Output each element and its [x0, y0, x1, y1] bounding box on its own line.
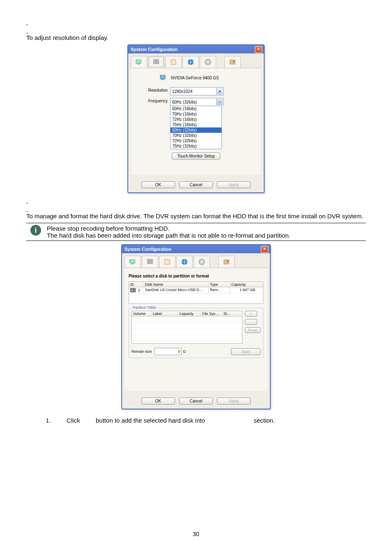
monitor-small-icon — [159, 74, 167, 81]
remain-size-label: Remain size — [131, 349, 152, 354]
partition-empty-row — [132, 329, 242, 335]
d-tab-2[interactable] — [142, 256, 158, 268]
partition-empty-row — [132, 335, 242, 341]
svg-rect-0 — [136, 60, 141, 63]
remain-size-unit: G — [183, 349, 186, 354]
frequency-dropdown[interactable]: 60Hz (16bits) 70Hz (16bits) 72Hz (16bits… — [170, 106, 222, 149]
info-icon: i — [30, 225, 41, 236]
hdd-icon — [130, 288, 136, 292]
partition-empty-row — [132, 323, 242, 329]
monitor-icon-2 — [129, 258, 136, 266]
d-tab-6[interactable] — [218, 256, 235, 268]
disk-row[interactable]: 2 SanDisk U3 Cruzer Micro USB D… Rem… 1.… — [129, 287, 263, 294]
ph-fs[interactable]: File Sys… — [201, 311, 222, 316]
disk-row-type: Rem… — [209, 287, 230, 293]
freq-opt-2[interactable]: 72Hz (16bits) — [171, 117, 221, 122]
network-icon-2 — [181, 258, 188, 266]
note-icon — [170, 58, 177, 66]
ph-label[interactable]: Label — [152, 311, 178, 316]
d-tab-4[interactable] — [176, 256, 193, 268]
resolution-select[interactable]: 1280x1024 ▾ — [170, 87, 224, 95]
freq-opt-0[interactable]: 60Hz (16bits) — [171, 106, 221, 111]
disk-heading: Please select a disk to partition or for… — [129, 274, 263, 278]
remove-partition-button[interactable]: - — [245, 319, 257, 325]
freq-opt-7[interactable]: 75Hz (32bits) — [171, 143, 221, 149]
dh-name[interactable]: Disk Name — [144, 282, 209, 287]
chevron-down-icon[interactable]: ▾ — [217, 88, 223, 95]
display-icon-2 — [146, 258, 154, 266]
svg-rect-8 — [160, 75, 165, 79]
freq-opt-1[interactable]: 70Hz (16bits) — [171, 111, 221, 117]
window-title-2: System Configuration — [125, 247, 171, 252]
dh-cap[interactable]: Capacity — [230, 282, 256, 287]
display-icon — [152, 58, 160, 66]
touch-monitor-setup-button[interactable]: Touch Monitor Setup — [172, 153, 220, 160]
ok-button[interactable]: OK — [141, 181, 175, 188]
drive-icon — [229, 58, 236, 66]
ph-cap[interactable]: Capacity — [178, 311, 201, 316]
display-intro-text: To adjust resolution of display. — [26, 34, 366, 41]
apply-button-2[interactable]: Apply — [217, 398, 251, 405]
ok-button-2[interactable]: OK — [141, 398, 175, 405]
svg-rect-10 — [130, 260, 135, 263]
tab-3[interactable] — [165, 56, 182, 68]
disk-list-table[interactable]: ID Disk Name Type Capacity 2 SanDisk U3 … — [129, 282, 263, 304]
step-1: Click button to add the selected hard di… — [53, 417, 366, 424]
tab-2-display[interactable] — [148, 56, 164, 68]
display-setup-heading — [26, 25, 28, 33]
svg-rect-9 — [161, 79, 164, 80]
frequency-value: 60Hz (32bits) — [172, 100, 196, 104]
freq-opt-3[interactable]: 75Hz (16bits) — [171, 122, 221, 127]
disc-icon — [204, 58, 212, 66]
cancel-button[interactable]: Cancel — [179, 181, 213, 188]
ph-st[interactable]: St… — [222, 311, 235, 316]
apply-button[interactable]: Apply — [217, 181, 251, 188]
reset-button[interactable]: Reset — [245, 327, 261, 333]
disk-management-heading — [26, 203, 28, 212]
d-tab-5[interactable] — [194, 256, 210, 268]
d-tab-3[interactable] — [159, 256, 175, 268]
steps-list: Click button to add the selected hard di… — [26, 417, 366, 424]
remain-size-input[interactable] — [154, 348, 182, 355]
freq-opt-4[interactable]: 60Hz (32bits) — [171, 127, 221, 133]
frequency-label: Frequency — [135, 98, 170, 103]
tab-4[interactable] — [182, 56, 199, 68]
disc-icon-2 — [198, 258, 205, 266]
dh-id[interactable]: ID — [129, 282, 144, 287]
freq-opt-6[interactable]: 72Hz (32bits) — [171, 138, 221, 143]
dh-type[interactable]: Type — [209, 282, 230, 287]
video-card-name: NVIDIA GeForce 8400 GS — [171, 76, 219, 80]
svg-rect-1 — [137, 64, 140, 65]
svg-rect-11 — [131, 264, 134, 264]
info-line-1: Please stop recoding before formatting H… — [47, 225, 291, 232]
note-icon-2 — [164, 258, 171, 266]
system-config-window-display: System Configuration × NVIDIA GeForce 84… — [127, 44, 265, 193]
add-partition-button[interactable]: + — [245, 311, 257, 317]
close-icon[interactable]: × — [255, 46, 262, 53]
ph-vol[interactable]: Volume — [132, 311, 152, 316]
info-line-2: The hard disk has been added into storag… — [47, 232, 291, 239]
partition-table-title: Partition Table — [131, 305, 157, 310]
chevron-down-icon-2[interactable]: ^ — [217, 99, 223, 105]
monitor-icon — [135, 58, 143, 66]
svg-rect-7 — [233, 61, 235, 62]
frequency-select[interactable]: 60Hz (32bits) ^ — [170, 98, 224, 106]
disk-row-cap: 1.907 GB — [230, 287, 256, 293]
window-title: System Configuration — [131, 47, 178, 52]
svg-point-5 — [207, 61, 209, 63]
close-icon-2[interactable]: × — [261, 246, 268, 253]
tab-1[interactable] — [131, 56, 147, 68]
partition-empty-row — [132, 317, 242, 323]
tab-6[interactable] — [224, 56, 241, 68]
freq-opt-5[interactable]: 70Hz (32bits) — [171, 133, 221, 138]
svg-rect-17 — [227, 261, 228, 262]
d-tab-1[interactable] — [125, 256, 141, 268]
start-button[interactable]: Start — [231, 348, 261, 355]
resolution-value: 1280x1024 — [172, 89, 193, 94]
partition-table[interactable]: Volume Label Capacity File Sys… St… — [131, 311, 242, 344]
info-note: i Please stop recoding before formatting… — [26, 223, 366, 241]
cancel-button-2[interactable]: Cancel — [179, 398, 213, 405]
system-config-window-disk: System Configuration × Please select a d… — [121, 244, 271, 409]
tab-5[interactable] — [200, 56, 216, 68]
partition-table-group: Partition Table Volume Label Capacity Fi… — [129, 308, 263, 358]
